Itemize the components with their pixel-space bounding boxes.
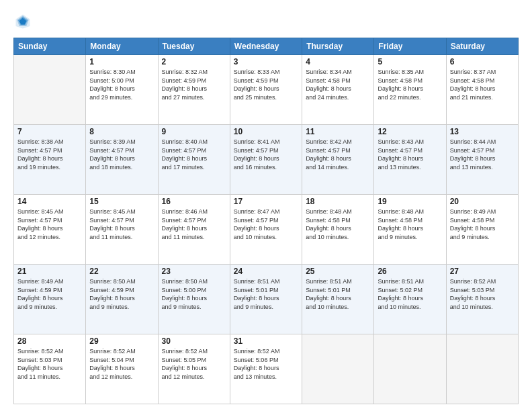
week-row-5: 28Sunrise: 8:52 AMSunset: 5:03 PMDayligh… xyxy=(14,334,519,404)
weekday-friday: Friday xyxy=(374,38,446,55)
day-number: 19 xyxy=(378,197,442,206)
weekday-thursday: Thursday xyxy=(302,38,374,55)
calendar-cell: 11Sunrise: 8:42 AMSunset: 4:57 PMDayligh… xyxy=(302,125,374,195)
day-info: Sunrise: 8:52 AMSunset: 5:03 PMDaylight:… xyxy=(450,277,515,311)
calendar-cell xyxy=(446,334,518,404)
calendar-cell: 27Sunrise: 8:52 AMSunset: 5:03 PMDayligh… xyxy=(446,265,518,334)
calendar-cell: 9Sunrise: 8:40 AMSunset: 4:57 PMDaylight… xyxy=(158,125,230,195)
day-info: Sunrise: 8:52 AMSunset: 5:04 PMDaylight:… xyxy=(89,347,154,381)
header xyxy=(13,12,519,31)
day-info: Sunrise: 8:50 AMSunset: 4:59 PMDaylight:… xyxy=(89,277,154,311)
calendar-cell: 19Sunrise: 8:48 AMSunset: 4:58 PMDayligh… xyxy=(374,195,446,265)
day-number: 13 xyxy=(450,127,515,136)
calendar-cell: 26Sunrise: 8:51 AMSunset: 5:02 PMDayligh… xyxy=(374,265,446,334)
day-number: 14 xyxy=(17,197,82,206)
day-number: 12 xyxy=(378,127,442,136)
calendar-cell: 18Sunrise: 8:48 AMSunset: 4:58 PMDayligh… xyxy=(302,195,374,265)
calendar-cell: 30Sunrise: 8:52 AMSunset: 5:05 PMDayligh… xyxy=(158,334,230,404)
calendar-cell: 1Sunrise: 8:30 AMSunset: 5:00 PMDaylight… xyxy=(86,55,158,125)
calendar-cell: 15Sunrise: 8:45 AMSunset: 4:57 PMDayligh… xyxy=(86,195,158,265)
day-number: 7 xyxy=(17,127,82,136)
day-number: 23 xyxy=(162,267,226,276)
calendar-cell: 23Sunrise: 8:50 AMSunset: 5:00 PMDayligh… xyxy=(158,265,230,334)
day-number: 27 xyxy=(450,267,515,276)
day-info: Sunrise: 8:43 AMSunset: 4:57 PMDaylight:… xyxy=(378,138,442,171)
day-number: 25 xyxy=(306,267,370,276)
day-info: Sunrise: 8:46 AMSunset: 4:57 PMDaylight:… xyxy=(162,208,226,241)
calendar-cell: 17Sunrise: 8:47 AMSunset: 4:57 PMDayligh… xyxy=(230,195,302,265)
calendar-cell: 21Sunrise: 8:49 AMSunset: 4:59 PMDayligh… xyxy=(14,265,86,334)
day-number: 21 xyxy=(17,267,82,276)
day-info: Sunrise: 8:51 AMSunset: 5:02 PMDaylight:… xyxy=(378,277,442,311)
day-number: 9 xyxy=(162,127,226,136)
day-info: Sunrise: 8:52 AMSunset: 5:05 PMDaylight:… xyxy=(162,347,226,381)
day-number: 17 xyxy=(234,197,298,206)
calendar-cell: 22Sunrise: 8:50 AMSunset: 4:59 PMDayligh… xyxy=(86,265,158,334)
day-number: 28 xyxy=(17,336,82,346)
week-row-2: 7Sunrise: 8:38 AMSunset: 4:57 PMDaylight… xyxy=(14,125,519,195)
day-info: Sunrise: 8:49 AMSunset: 4:58 PMDaylight:… xyxy=(450,208,515,241)
day-info: Sunrise: 8:52 AMSunset: 5:03 PMDaylight:… xyxy=(17,347,82,381)
day-number: 22 xyxy=(89,267,154,276)
day-info: Sunrise: 8:38 AMSunset: 4:57 PMDaylight:… xyxy=(17,138,82,171)
weekday-tuesday: Tuesday xyxy=(158,38,230,55)
weekday-monday: Monday xyxy=(86,38,158,55)
calendar-cell: 7Sunrise: 8:38 AMSunset: 4:57 PMDaylight… xyxy=(14,125,86,195)
day-info: Sunrise: 8:30 AMSunset: 5:00 PMDaylight:… xyxy=(89,68,154,101)
day-info: Sunrise: 8:51 AMSunset: 5:01 PMDaylight:… xyxy=(306,277,370,311)
day-number: 26 xyxy=(378,267,442,276)
day-info: Sunrise: 8:35 AMSunset: 4:58 PMDaylight:… xyxy=(378,68,442,101)
page: SundayMondayTuesdayWednesdayThursdayFrid… xyxy=(0,0,532,411)
day-info: Sunrise: 8:48 AMSunset: 4:58 PMDaylight:… xyxy=(306,208,370,241)
day-number: 24 xyxy=(234,267,298,276)
calendar-cell: 8Sunrise: 8:39 AMSunset: 4:57 PMDaylight… xyxy=(86,125,158,195)
day-info: Sunrise: 8:33 AMSunset: 4:59 PMDaylight:… xyxy=(234,68,298,101)
day-info: Sunrise: 8:45 AMSunset: 4:57 PMDaylight:… xyxy=(17,208,82,241)
calendar-cell xyxy=(374,334,446,404)
calendar-cell xyxy=(302,334,374,404)
day-info: Sunrise: 8:34 AMSunset: 4:58 PMDaylight:… xyxy=(306,68,370,101)
calendar-cell: 28Sunrise: 8:52 AMSunset: 5:03 PMDayligh… xyxy=(14,334,86,404)
day-info: Sunrise: 8:37 AMSunset: 4:58 PMDaylight:… xyxy=(450,68,515,101)
day-info: Sunrise: 8:32 AMSunset: 4:59 PMDaylight:… xyxy=(162,68,226,101)
weekday-wednesday: Wednesday xyxy=(230,38,302,55)
day-info: Sunrise: 8:44 AMSunset: 4:57 PMDaylight:… xyxy=(450,138,515,171)
day-number: 1 xyxy=(89,57,154,66)
day-number: 15 xyxy=(89,197,154,206)
week-row-3: 14Sunrise: 8:45 AMSunset: 4:57 PMDayligh… xyxy=(14,195,519,265)
calendar-cell: 16Sunrise: 8:46 AMSunset: 4:57 PMDayligh… xyxy=(158,195,230,265)
day-info: Sunrise: 8:50 AMSunset: 5:00 PMDaylight:… xyxy=(162,277,226,311)
day-info: Sunrise: 8:52 AMSunset: 5:06 PMDaylight:… xyxy=(234,347,298,381)
calendar-cell: 20Sunrise: 8:49 AMSunset: 4:58 PMDayligh… xyxy=(446,195,518,265)
day-info: Sunrise: 8:51 AMSunset: 5:01 PMDaylight:… xyxy=(234,277,298,311)
calendar-cell: 4Sunrise: 8:34 AMSunset: 4:58 PMDaylight… xyxy=(302,55,374,125)
day-number: 16 xyxy=(162,197,226,206)
day-number: 31 xyxy=(234,336,298,346)
day-info: Sunrise: 8:49 AMSunset: 4:59 PMDaylight:… xyxy=(17,277,82,311)
day-number: 20 xyxy=(450,197,515,206)
day-info: Sunrise: 8:39 AMSunset: 4:57 PMDaylight:… xyxy=(89,138,154,171)
day-info: Sunrise: 8:48 AMSunset: 4:58 PMDaylight:… xyxy=(378,208,442,241)
day-number: 8 xyxy=(89,127,154,136)
calendar-cell: 6Sunrise: 8:37 AMSunset: 4:58 PMDaylight… xyxy=(446,55,518,125)
day-info: Sunrise: 8:47 AMSunset: 4:57 PMDaylight:… xyxy=(234,208,298,241)
day-number: 29 xyxy=(89,336,154,346)
calendar-cell: 10Sunrise: 8:41 AMSunset: 4:57 PMDayligh… xyxy=(230,125,302,195)
calendar-cell: 12Sunrise: 8:43 AMSunset: 4:57 PMDayligh… xyxy=(374,125,446,195)
calendar-cell: 14Sunrise: 8:45 AMSunset: 4:57 PMDayligh… xyxy=(14,195,86,265)
week-row-1: 1Sunrise: 8:30 AMSunset: 5:00 PMDaylight… xyxy=(14,55,519,125)
weekday-header-row: SundayMondayTuesdayWednesdayThursdayFrid… xyxy=(14,38,519,55)
calendar-cell: 3Sunrise: 8:33 AMSunset: 4:59 PMDaylight… xyxy=(230,55,302,125)
weekday-saturday: Saturday xyxy=(446,38,518,55)
calendar-cell: 13Sunrise: 8:44 AMSunset: 4:57 PMDayligh… xyxy=(446,125,518,195)
logo xyxy=(13,12,35,31)
logo-icon xyxy=(13,12,32,31)
day-number: 2 xyxy=(162,57,226,66)
day-number: 4 xyxy=(306,57,370,66)
calendar-cell: 29Sunrise: 8:52 AMSunset: 5:04 PMDayligh… xyxy=(86,334,158,404)
week-row-4: 21Sunrise: 8:49 AMSunset: 4:59 PMDayligh… xyxy=(14,265,519,334)
calendar-cell: 5Sunrise: 8:35 AMSunset: 4:58 PMDaylight… xyxy=(374,55,446,125)
day-number: 3 xyxy=(234,57,298,66)
day-number: 11 xyxy=(306,127,370,136)
calendar-cell xyxy=(14,55,86,125)
